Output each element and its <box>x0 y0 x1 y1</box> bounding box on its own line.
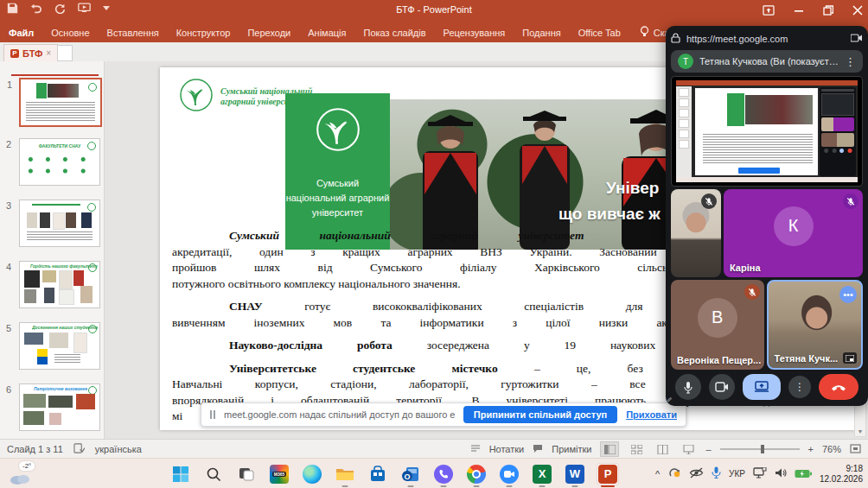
task-view-icon[interactable] <box>235 463 258 485</box>
excel-icon[interactable]: X <box>531 463 553 485</box>
google-meet-panel[interactable]: https://meet.google.com T Тетяна Кучкова… <box>666 26 868 406</box>
notes-toggle[interactable]: Нотатки <box>489 444 525 454</box>
viber-icon[interactable] <box>432 463 455 485</box>
doc-tab-btf[interactable]: P БТФ × <box>3 44 58 61</box>
slide-thumbnail-panel[interactable]: 1 2 ФАКУЛЬТЕТИ СНАУ 3 4 Гордість нашого <box>0 61 105 439</box>
svg-text:O: O <box>404 472 410 480</box>
tab-review[interactable]: Рецензування <box>435 24 514 41</box>
tab-slideshow[interactable]: Показ слайдів <box>354 24 434 41</box>
tab-animations[interactable]: Анімація <box>299 24 354 41</box>
status-language[interactable]: українська <box>95 444 142 454</box>
hidden-eye-icon[interactable] <box>689 466 704 482</box>
picture-in-picture-icon[interactable] <box>843 352 857 364</box>
participant-name: Тетяна Кучк... <box>775 353 839 364</box>
meet-self-row[interactable]: T Тетяна Кучкова (Ви (показуєте п... ⋮ <box>671 50 863 73</box>
hide-notification-link[interactable]: Приховати <box>626 409 677 420</box>
temperature-label: -2° <box>19 461 35 471</box>
chrome-icon[interactable] <box>465 463 488 485</box>
tray-chevron-icon[interactable]: ^ <box>655 469 660 479</box>
new-document-tab[interactable] <box>57 45 73 61</box>
normal-view-button[interactable] <box>600 441 619 457</box>
powerpoint-icon[interactable]: P <box>597 463 619 485</box>
meet-url: https://meet.google.com <box>686 34 845 44</box>
doc-tab-close-icon[interactable]: × <box>46 48 51 58</box>
participant-tile-self-video[interactable]: ••• Тетяна Кучк... <box>767 280 864 370</box>
slide-thumbnail-2[interactable]: 2 ФАКУЛЬТЕТИ СНАУ <box>19 138 100 186</box>
slide-thumbnail-1[interactable]: 1 <box>19 78 102 127</box>
green-title-banner: Сумський національний аграрний університ… <box>285 93 390 250</box>
participant-avatar: К <box>774 206 814 246</box>
screen-share-notification: meet.google.com надає спільний доступ до… <box>201 402 686 427</box>
powerpoint-file-icon: P <box>10 49 19 58</box>
slide-counter[interactable]: Слайд 1 з 11 <box>7 444 63 454</box>
tab-file[interactable]: Файл <box>0 24 42 41</box>
share-message: meet.google.com надає спільний доступ до… <box>224 409 455 420</box>
reading-view-button[interactable] <box>654 442 671 456</box>
meet-url-bar[interactable]: https://meet.google.com <box>671 30 863 48</box>
microphone-button[interactable] <box>675 374 701 400</box>
microphone-tray-icon[interactable] <box>712 466 721 482</box>
volume-icon[interactable] <box>775 466 787 482</box>
comments-toggle[interactable]: Примітки <box>552 444 591 454</box>
tab-insert[interactable]: Вставлення <box>99 24 168 41</box>
zoom-slider[interactable] <box>720 448 800 450</box>
network-icon[interactable] <box>753 466 767 482</box>
minimize-button[interactable] <box>794 3 804 19</box>
more-controls-icon[interactable]: ⋮ <box>788 376 811 398</box>
slide-thumbnail-6[interactable]: 6 Патріотичне виховання <box>19 383 100 431</box>
onedrive-sync-icon[interactable] <box>667 466 681 482</box>
present-screen-button[interactable] <box>743 374 781 400</box>
close-button[interactable] <box>852 3 863 19</box>
participant-name: Каріна <box>730 263 761 273</box>
zoom-percentage[interactable]: 76% <box>822 444 841 454</box>
microsoft-store-icon[interactable] <box>367 463 389 485</box>
slide-title-line2: що вивчає ж <box>558 205 661 224</box>
participant-name: Вероніка Пещер... <box>677 355 761 365</box>
outlook-icon[interactable]: O <box>399 463 422 485</box>
tab-office-tab[interactable]: Office Tab <box>570 24 629 41</box>
panel-resize-handle[interactable]: ‖ <box>665 396 673 404</box>
tile-menu-icon[interactable]: ••• <box>839 286 857 303</box>
camera-button[interactable] <box>709 374 735 400</box>
search-icon[interactable] <box>202 463 225 485</box>
screen-share-preview-tile[interactable] <box>671 76 863 187</box>
edge-browser-icon[interactable] <box>301 463 323 485</box>
keyboard-language[interactable]: УКР <box>729 469 745 478</box>
lock-icon <box>671 33 680 45</box>
word-icon[interactable]: W <box>564 463 586 485</box>
slide-thumbnail-3[interactable]: 3 <box>19 200 100 247</box>
pause-sharing-icon[interactable] <box>210 410 215 419</box>
participant-tile-veronika[interactable]: В Вероніка Пещер... <box>671 280 764 370</box>
tab-view[interactable]: Подання <box>514 24 569 41</box>
more-options-icon[interactable]: ⋮ <box>845 55 856 68</box>
weather-widget[interactable]: -2° <box>9 461 43 485</box>
slide-sorter-view-button[interactable] <box>628 442 645 456</box>
participant-tile-camera-1[interactable] <box>671 189 721 277</box>
self-label: Тетяна Кучкова (Ви (показуєте п... <box>699 56 839 67</box>
self-avatar: T <box>678 54 693 69</box>
participant-tile-karina[interactable]: К Каріна <box>724 189 863 277</box>
tab-home[interactable]: Основне <box>42 24 98 41</box>
battery-icon[interactable] <box>795 466 812 482</box>
zoom-in-button[interactable]: + <box>808 444 814 454</box>
file-explorer-icon[interactable] <box>334 463 356 485</box>
camera-pip-icon[interactable] <box>851 34 863 44</box>
tab-transitions[interactable]: Переходи <box>239 24 299 41</box>
fit-to-window-icon[interactable] <box>850 444 861 455</box>
ribbon-display-options-icon[interactable] <box>763 3 775 19</box>
end-call-button[interactable] <box>819 374 858 400</box>
zoom-icon[interactable] <box>498 463 520 485</box>
microsoft-365-copilot-icon[interactable]: M365 <box>268 463 290 485</box>
slide-thumbnail-5[interactable]: 5 Досягнення наших студентів <box>19 322 100 370</box>
restore-button[interactable] <box>823 3 833 19</box>
spell-check-icon[interactable] <box>73 443 85 455</box>
slideshow-view-button[interactable] <box>680 442 697 456</box>
start-button[interactable] <box>169 463 192 485</box>
stop-sharing-button[interactable]: Припинити спільний доступ <box>463 406 617 423</box>
slide-thumbnail-4[interactable]: 4 Гордість нашого факультету <box>19 261 100 308</box>
zoom-slider-handle[interactable] <box>761 445 764 453</box>
banner-ginkgo-icon <box>314 105 362 157</box>
clock[interactable]: 9:18 12.02.2026 <box>820 464 863 485</box>
tab-design[interactable]: Конструктор <box>168 24 239 41</box>
zoom-out-button[interactable]: – <box>705 444 711 454</box>
